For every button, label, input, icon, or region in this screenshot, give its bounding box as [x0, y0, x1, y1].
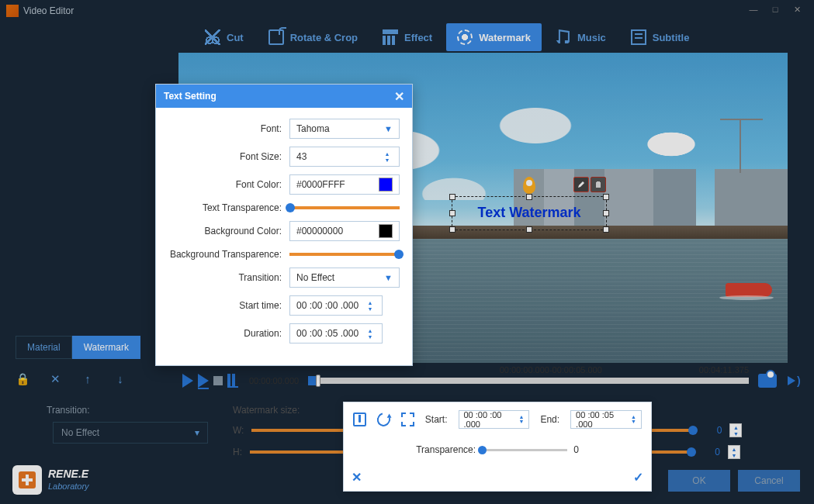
brand: RENE.ELaboratory	[12, 465, 89, 495]
chevron-down-icon: ▼	[384, 124, 393, 133]
time-current: 00:00:00.000	[249, 376, 299, 385]
popup-ok-button[interactable]: ✓	[633, 470, 643, 485]
popup-end-label: End:	[540, 414, 559, 425]
bgcolor-swatch[interactable]	[379, 224, 393, 238]
watermark-bounding-box[interactable]: Text Watermark	[452, 196, 607, 230]
popup-trans-label: Transparence:	[416, 444, 476, 455]
up-icon[interactable]: ↑	[81, 372, 95, 386]
stop-button[interactable]	[213, 376, 223, 385]
dialog-title-bar[interactable]: Text Setting ✕	[156, 85, 412, 108]
app-title: Video Editor	[23, 5, 74, 16]
time-range: 00:00:00.000-00:00:05.000	[500, 365, 602, 375]
duration-input[interactable]: 00 :00 :05 .000▲▼	[289, 323, 383, 343]
selection-range[interactable]	[308, 376, 316, 385]
text-transparence-slider[interactable]	[289, 206, 400, 209]
width-label: W:	[233, 425, 244, 436]
time-total: 00:04:11.375	[699, 365, 749, 375]
tab-effect[interactable]: Effect	[372, 23, 443, 51]
popup-trans-slider[interactable]	[482, 449, 567, 451]
resize-handle[interactable]	[603, 210, 609, 216]
brand-logo	[12, 465, 42, 495]
transition-select[interactable]: No Effect ▾	[53, 422, 208, 444]
play-to-end-button[interactable]	[198, 374, 209, 388]
duration-label: Duration:	[168, 328, 289, 339]
ok-button[interactable]: OK	[668, 470, 730, 492]
popup-start-input[interactable]: 00 :00 :00 .000▲▼	[459, 410, 530, 429]
play-button[interactable]	[182, 374, 193, 388]
delete-watermark-button[interactable]	[591, 177, 606, 192]
transition-select-dialog[interactable]: No Effect▼	[289, 268, 400, 288]
resize-handle[interactable]	[603, 226, 609, 233]
refresh-icon[interactable]	[375, 410, 393, 429]
down-icon[interactable]: ↓	[113, 372, 127, 386]
tab-music[interactable]: Music	[545, 23, 617, 51]
maximize-button[interactable]: □	[764, 5, 786, 17]
transition-label: Transition:	[47, 405, 90, 416]
dialog-close-button[interactable]: ✕	[394, 89, 404, 104]
volume-button[interactable]	[788, 376, 795, 385]
rotate-icon	[268, 29, 284, 45]
chevron-down-icon: ▼	[384, 273, 393, 282]
height-value: 0	[700, 447, 720, 457]
start-time-input[interactable]: 00 :00 :00 .000▲▼	[289, 295, 383, 316]
spinner-icon[interactable]: ▲▼	[382, 151, 393, 163]
tab-watermark-panel[interactable]: Watermark	[72, 336, 140, 359]
spinner-icon[interactable]: ▲▼	[365, 328, 376, 340]
bgcolor-input[interactable]: #00000000	[289, 221, 400, 241]
minimize-button[interactable]: —	[743, 5, 764, 17]
tab-watermark[interactable]: Watermark	[446, 23, 542, 51]
bg-transparence-slider[interactable]	[289, 253, 400, 256]
resize-handle[interactable]	[603, 194, 609, 200]
tab-material[interactable]: Material	[16, 336, 72, 359]
popup-start-label: Start:	[425, 414, 448, 425]
font-select[interactable]: Tahoma▼	[289, 119, 400, 139]
snapshot-button[interactable]	[758, 374, 777, 388]
close-button[interactable]: ✕	[786, 5, 808, 17]
playback-bar: 00:00:00.000 00:00:00.000-00:00:05.000 0…	[182, 371, 795, 391]
chevron-down-icon: ▾	[195, 427, 199, 438]
pin-icon[interactable]	[523, 177, 535, 194]
tab-cut[interactable]: Cut	[194, 23, 255, 51]
watermark-toolbar	[573, 177, 606, 192]
playhead[interactable]	[316, 375, 320, 387]
popup-end-input[interactable]: 00 :00 :05 .000▲▼	[570, 410, 642, 429]
spinner-icon[interactable]: ▲▼	[365, 300, 376, 312]
subtitle-icon	[631, 29, 646, 45]
app-icon	[6, 5, 19, 17]
mark-range-button[interactable]	[227, 374, 238, 388]
left-panel: Material Watermark 🔒 ✕ ↑ ↓ Transition: N…	[0, 53, 167, 487]
fontsize-input[interactable]: 43▲▼	[289, 147, 400, 167]
height-spinner[interactable]: ▲▼	[728, 445, 740, 459]
spinner-icon[interactable]: ▲▼	[631, 415, 636, 424]
dialog-buttons: OK Cancel	[668, 470, 800, 492]
watermark-icon	[457, 29, 473, 45]
resize-handle[interactable]	[526, 226, 532, 233]
main-toolbar: Cut Rotate & Crop Effect Watermark Music…	[0, 22, 814, 53]
lock-icon[interactable]: 🔒	[16, 372, 29, 386]
width-spinner[interactable]: ▲▼	[729, 423, 742, 437]
fit-icon[interactable]	[401, 413, 414, 426]
glass-icon[interactable]	[353, 413, 366, 426]
range-popup: Start: 00 :00 :00 .000▲▼ End: 00 :00 :05…	[343, 402, 652, 492]
cancel-button[interactable]: Cancel	[738, 470, 800, 492]
fontcolor-swatch[interactable]	[379, 178, 393, 192]
music-icon	[556, 29, 571, 45]
timeline-track[interactable]: 00:00:00.000-00:00:05.000 00:04:11.375	[308, 378, 749, 384]
resize-handle[interactable]	[449, 226, 455, 233]
resize-handle[interactable]	[449, 210, 455, 216]
start-time-label: Start time:	[168, 300, 289, 311]
popup-cancel-button[interactable]: ✕	[352, 470, 362, 485]
tab-subtitle[interactable]: Subtitle	[620, 23, 701, 51]
delete-icon[interactable]: ✕	[48, 372, 62, 386]
resize-handle[interactable]	[449, 194, 455, 200]
bgtrans-label: Background Transparence:	[168, 249, 289, 260]
fontcolor-input[interactable]: #0000FFFF	[289, 174, 400, 195]
watermark-text[interactable]: Text Watermark	[452, 205, 606, 221]
tab-rotate-crop[interactable]: Rotate & Crop	[258, 23, 369, 51]
text-setting-dialog: Text Setting ✕ Font: Tahoma▼ Font Size: …	[155, 84, 413, 366]
spinner-icon[interactable]: ▲▼	[518, 415, 524, 424]
fontsize-label: Font Size:	[168, 151, 289, 162]
resize-handle[interactable]	[526, 194, 532, 200]
edit-watermark-button[interactable]	[573, 177, 589, 192]
height-label: H:	[233, 447, 242, 457]
